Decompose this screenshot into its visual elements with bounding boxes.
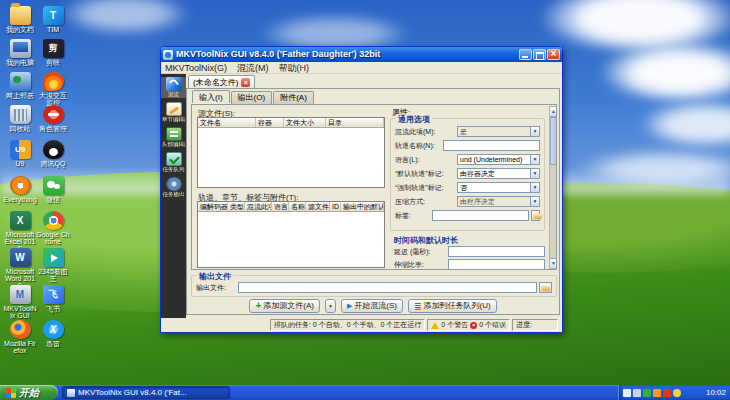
desktop-icon-excel[interactable]: Microsoft Excel 2010 xyxy=(3,211,37,252)
language-label: 语言(L): xyxy=(395,155,457,165)
sidebar-label: 混流 xyxy=(162,91,185,97)
col-language[interactable]: 语言 xyxy=(272,202,289,211)
tab-close-icon[interactable]: × xyxy=(241,78,250,87)
desktop-icon-everything[interactable]: Everything xyxy=(3,176,37,203)
add-to-job-queue-button[interactable]: ≣添加到任务队列(U) xyxy=(408,299,497,313)
col-name[interactable]: 名称 xyxy=(289,202,306,211)
desktop-icon-jianying[interactable]: 剪映 xyxy=(36,39,70,66)
recycle-bin-icon xyxy=(10,105,31,124)
tab-input[interactable]: 输入(I) xyxy=(192,90,230,103)
desktop-icon-xunlei[interactable]: 迅雷 xyxy=(36,320,70,347)
forced-track-flag-select[interactable]: 否▼ xyxy=(457,182,540,193)
browse-folder-icon[interactable] xyxy=(531,210,540,221)
sidebar-item-merge[interactable]: 混流 xyxy=(161,77,186,98)
maximize-button[interactable] xyxy=(533,49,546,60)
desktop-icon-my-documents[interactable]: 我的文档 xyxy=(3,6,37,33)
desktop-icon-firefox[interactable]: Mozilla Firefox xyxy=(3,320,37,354)
desktop-icon-recycle-bin[interactable]: 回收站 xyxy=(3,105,37,132)
desktop-icon-my-computer[interactable]: 我的电脑 xyxy=(3,39,37,66)
taskbar-item-mkvtoolnix[interactable]: MKVToolNix GUI v8.4.0 ('Fat... xyxy=(62,386,230,399)
tray-icon-6[interactable] xyxy=(673,389,681,397)
menu-mkvtoolnix[interactable]: MKVToolNix(G) xyxy=(165,62,227,73)
col-filesize[interactable]: 文件大小 xyxy=(284,118,326,127)
start-button[interactable]: 开始 xyxy=(0,385,58,400)
tray-icon-4[interactable] xyxy=(653,389,661,397)
document-tab-label: (未命名文件) xyxy=(193,77,238,88)
tray-icon-3[interactable] xyxy=(643,389,651,397)
tags-input[interactable] xyxy=(432,210,529,221)
my-documents-icon xyxy=(10,6,31,25)
merge-page: 输入(I) 输出(O) 附件(A) 源文件(S): 文件名 容器 文件大小 目录… xyxy=(186,88,560,315)
col-codec[interactable]: 编解码器 xyxy=(198,202,228,211)
track-name-input[interactable] xyxy=(443,140,540,151)
tool-sidebar: 混流 章节编辑器 头部编辑器 任务队列 任务输出 xyxy=(161,74,186,318)
mkvtoolnix-icon xyxy=(10,285,31,304)
error-icon: × xyxy=(470,322,477,329)
col-type[interactable]: 类型 xyxy=(228,202,245,211)
mux-this-select[interactable]: 是▼ xyxy=(457,126,540,137)
browse-folder-icon[interactable] xyxy=(539,282,552,293)
menu-help[interactable]: 帮助(H) xyxy=(279,62,310,73)
col-id[interactable]: ID xyxy=(330,202,341,211)
sidebar-label: 任务队列 xyxy=(162,166,185,172)
sidebar-item-job-output[interactable]: 任务输出 xyxy=(161,177,186,198)
desktop-icon-u9[interactable]: U9 xyxy=(3,140,37,167)
source-files-table[interactable]: 文件名 容器 文件大小 目录 xyxy=(197,117,385,188)
chevron-down-icon: ▼ xyxy=(530,169,539,178)
col-mux-this[interactable]: 混流此项 xyxy=(245,202,272,211)
stretch-input[interactable] xyxy=(448,259,545,270)
desktop-icon-network[interactable]: 网上邻居 xyxy=(3,72,37,99)
close-button[interactable] xyxy=(547,49,560,60)
add-source-files-dropdown[interactable]: ▼ xyxy=(325,299,336,313)
taskbar-clock[interactable]: 10:02 xyxy=(706,388,726,397)
minimize-button[interactable] xyxy=(519,49,532,60)
tray-icon-5[interactable] xyxy=(663,389,671,397)
tab-output[interactable]: 输出(O) xyxy=(231,91,273,104)
menu-merge[interactable]: 混流(M) xyxy=(237,62,269,73)
sidebar-item-chapter-editor[interactable]: 章节编辑器 xyxy=(161,102,186,123)
desktop-icon-feishu[interactable]: 飞书 xyxy=(36,285,70,312)
language-select[interactable]: und (Undetermined)▼ xyxy=(457,154,540,165)
desktop-icon-word[interactable]: Microsoft Word 2010 xyxy=(3,248,37,289)
desktop-icon-role-manager[interactable]: 角色管理 xyxy=(36,105,70,132)
add-source-files-button[interactable]: +添加源文件(A) xyxy=(249,299,320,313)
col-filename[interactable]: 文件名 xyxy=(198,118,256,127)
sidebar-item-header-editor[interactable]: 头部编辑器 xyxy=(161,127,186,148)
col-directory[interactable]: 目录 xyxy=(326,118,384,127)
desktop-icon-wechat[interactable]: 微信 xyxy=(36,176,70,203)
scrollbar-thumb[interactable] xyxy=(550,117,557,165)
window-titlebar[interactable]: MKVToolNix GUI v8.4.0 ('Father Daughter'… xyxy=(161,47,562,62)
delay-input[interactable] xyxy=(448,246,545,257)
desktop-icon-2345[interactable]: 2345看图王 xyxy=(36,248,70,282)
start-muxing-button[interactable]: ▶开始混流(S) xyxy=(341,299,403,313)
output-file-input[interactable] xyxy=(238,282,537,293)
output-file-group: 输出文件 输出文件: xyxy=(191,275,557,297)
sidebar-item-job-queue[interactable]: 任务队列 xyxy=(161,152,186,173)
desktop-icon-damo[interactable]: 大漠交互监控 xyxy=(36,72,70,106)
col-source-file[interactable]: 源文件 xyxy=(306,202,330,211)
col-default-track[interactable]: 输出中的默认轨道 xyxy=(341,202,384,211)
desktop-icon-chrome[interactable]: Google Chrome xyxy=(36,211,70,245)
desktop-icon-mkvtoolnix[interactable]: MKVToolNix GUI xyxy=(3,285,37,319)
icon-label: MKVToolNix GUI xyxy=(3,305,37,319)
tab-attachments[interactable]: 附件(A) xyxy=(273,91,314,104)
col-container[interactable]: 容器 xyxy=(256,118,284,127)
default-track-flag-select[interactable]: 由容器决定▼ xyxy=(457,168,540,179)
flame-icon xyxy=(43,72,64,91)
xunlei-icon xyxy=(43,320,64,339)
icon-label: Google Chrome xyxy=(36,231,70,245)
job-output-icon xyxy=(166,177,182,191)
desktop-icon-qq[interactable]: 腾讯QQ xyxy=(36,140,70,167)
properties-scrollbar[interactable] xyxy=(549,106,557,269)
compression-select[interactable]: 由程序决定▼ xyxy=(457,196,540,207)
cloud xyxy=(60,0,190,32)
desktop-icon-tim[interactable]: TIM xyxy=(36,6,70,33)
chevron-down-icon: ▼ xyxy=(530,155,539,164)
status-bar: 排队的任务: 0 个自动、0 个手动、0 个正在运行 0 个警告 ×0 个错误 … xyxy=(163,318,560,332)
general-options-title: 通用选项 xyxy=(396,114,432,125)
document-tab[interactable]: (未命名文件) × xyxy=(188,75,255,88)
wechat-icon xyxy=(43,176,64,195)
tray-icon-1[interactable] xyxy=(623,389,631,397)
tracks-table[interactable]: 编解码器 类型 混流此项 语言 名称 源文件 ID 输出中的默认轨道 xyxy=(197,201,385,268)
tray-icon-2[interactable] xyxy=(633,389,641,397)
